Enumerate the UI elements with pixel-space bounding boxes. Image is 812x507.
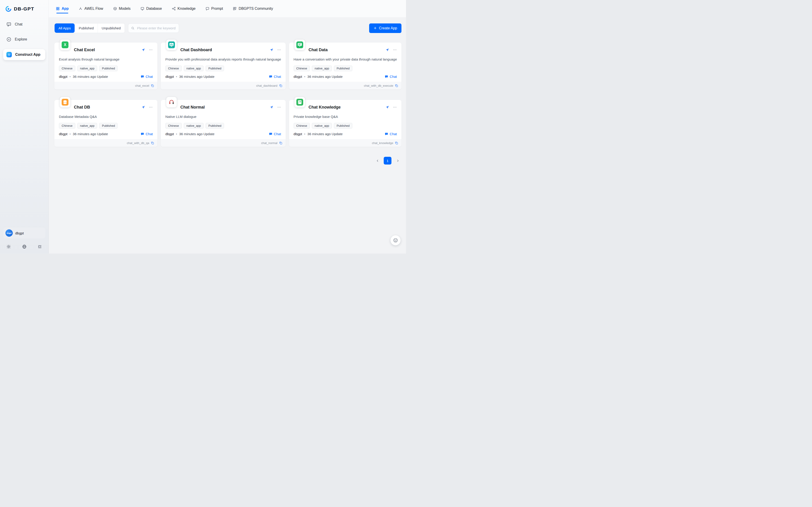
share-icon[interactable] — [385, 48, 389, 52]
card-meta: dbgpt • 36 minutes ago Update Chat — [294, 75, 397, 78]
updated-time: 36 minutes ago Update — [73, 132, 108, 136]
share-icon[interactable] — [269, 48, 273, 52]
chat-bubble-icon — [385, 132, 388, 136]
sidebar-footer-icons — [3, 244, 45, 250]
create-app-button[interactable]: Create App — [369, 23, 401, 33]
scene-name: chat_with_db_execute — [364, 84, 393, 88]
owner-name: dbgpt — [165, 75, 174, 78]
card-footer: chat_excel — [54, 82, 158, 90]
sidebar-item-chat[interactable]: Chat — [3, 19, 45, 30]
dbgpt-logo-icon — [5, 5, 12, 12]
page-number-button[interactable]: 1 — [384, 157, 391, 165]
card-footer: chat_normal — [161, 139, 286, 147]
share-icon[interactable] — [385, 105, 389, 109]
chat-bubble-icon — [385, 75, 388, 78]
tab-knowledge[interactable]: Knowledge — [172, 0, 196, 17]
feedback-smiley-button[interactable] — [390, 235, 400, 245]
tab-database[interactable]: Database — [140, 0, 162, 17]
prev-page-button[interactable] — [374, 157, 381, 165]
card-footer: chat_with_db_qa — [54, 139, 158, 147]
app-grid-icon — [56, 7, 60, 10]
app-card-description: Provide you with professional data analy… — [165, 57, 281, 61]
knowledge-app-icon — [295, 97, 305, 107]
chat-button[interactable]: Chat — [269, 132, 281, 136]
tag: Published — [206, 65, 224, 71]
copy-icon[interactable] — [395, 84, 398, 88]
sidebar-item-explore[interactable]: Explore — [3, 34, 45, 45]
chat-bubble-icon — [140, 132, 144, 136]
more-menu-icon[interactable] — [277, 48, 281, 52]
tag: native_app — [77, 65, 97, 71]
chat-button[interactable]: Chat — [269, 75, 281, 78]
tab-app[interactable]: App — [56, 0, 69, 17]
sidebar-item-construct-app[interactable]: Construct App — [3, 49, 45, 60]
more-menu-icon[interactable] — [393, 105, 397, 109]
next-page-button[interactable] — [394, 157, 401, 165]
app-cards-grid: X Chat Excel Excel analysis through natu… — [54, 43, 401, 147]
chat-button-label: Chat — [145, 132, 153, 136]
headset-app-icon — [166, 97, 177, 107]
app-card-title: Chat DB — [74, 105, 90, 110]
copy-icon[interactable] — [395, 141, 398, 145]
more-menu-icon[interactable] — [149, 48, 153, 52]
flow-fork-icon — [79, 7, 82, 10]
chat-button[interactable]: Chat — [140, 132, 153, 136]
sidebar-item-label: Construct App — [15, 53, 41, 57]
chat-button-label: Chat — [390, 75, 397, 78]
updated-time: 36 minutes ago Update — [307, 132, 342, 136]
filter-published[interactable]: Published — [75, 23, 98, 33]
tab-awel-flow[interactable]: AWEL Flow — [79, 0, 103, 17]
chat-button[interactable]: Chat — [385, 132, 397, 136]
share-icon[interactable] — [141, 48, 145, 52]
share-icon[interactable] — [141, 105, 145, 109]
copy-icon[interactable] — [279, 141, 283, 145]
updated-time: 36 minutes ago Update — [73, 75, 108, 78]
copy-icon[interactable] — [279, 84, 283, 88]
meta-separator: • — [176, 132, 177, 136]
tab-dbgpts-community[interactable]: DBGPTS Community — [233, 0, 273, 17]
card-meta: dbgpt • 36 minutes ago Update Chat — [294, 132, 397, 136]
more-menu-icon[interactable] — [277, 105, 281, 109]
tag: Published — [99, 65, 118, 71]
app-card-chat-data[interactable]: Chat Data Have a conversation with your … — [289, 43, 401, 90]
tag: native_app — [184, 65, 204, 71]
owner-name: dbgpt — [294, 132, 302, 136]
tab-models[interactable]: Models — [113, 0, 131, 17]
app-card-description: Native LLM dialogue — [165, 115, 281, 119]
main-area: App AWEL Flow Models Database Knowledge … — [49, 0, 406, 253]
copy-icon[interactable] — [151, 141, 154, 145]
filter-unpublished[interactable]: Unpublished — [98, 23, 124, 33]
chat-bubble-icon — [269, 75, 272, 78]
copy-icon[interactable] — [151, 84, 154, 88]
app-card-chat-normal[interactable]: Chat Normal Native LLM dialogue Chinese … — [161, 100, 286, 147]
user-profile[interactable]: dbgpt dbgpt — [3, 228, 45, 238]
content: All Apps Published Unpublished Create Ap… — [49, 17, 406, 253]
app-card-chat-dashboard[interactable]: Chat Dashboard Provide you with professi… — [161, 43, 286, 90]
language-globe-icon[interactable] — [22, 244, 26, 249]
app-card-description: Have a conversation with your private da… — [294, 57, 397, 61]
more-menu-icon[interactable] — [393, 48, 397, 52]
tab-prompt[interactable]: Prompt — [206, 0, 223, 17]
chat-button[interactable]: Chat — [140, 75, 153, 78]
meta-separator: • — [304, 132, 305, 136]
app-card-chat-excel[interactable]: X Chat Excel Excel analysis through natu… — [54, 43, 158, 90]
app-card-chat-db[interactable]: Chat DB Database Metadata Q&A Chinese na… — [54, 100, 158, 147]
tag: Published — [206, 123, 224, 128]
app-card-chat-knowledge[interactable]: Chat Knowledge Private knowledge base Q&… — [289, 100, 401, 147]
tag: native_app — [312, 65, 332, 71]
tag: native_app — [77, 123, 97, 128]
theme-sun-icon[interactable] — [6, 244, 11, 249]
tab-label: App — [62, 7, 69, 11]
more-menu-icon[interactable] — [149, 105, 153, 109]
app-card-description: Private knowledge base Q&A — [294, 115, 397, 119]
updated-time: 36 minutes ago Update — [179, 132, 214, 136]
search-input[interactable] — [137, 26, 176, 30]
tab-label: Models — [119, 7, 131, 11]
owner-name: dbgpt — [59, 132, 68, 136]
explore-compass-icon — [6, 37, 11, 42]
share-icon[interactable] — [269, 105, 273, 109]
tag: Chinese — [294, 65, 310, 71]
collapse-sidebar-icon[interactable] — [38, 244, 42, 249]
chat-button[interactable]: Chat — [385, 75, 397, 78]
filter-all-apps[interactable]: All Apps — [55, 23, 75, 33]
